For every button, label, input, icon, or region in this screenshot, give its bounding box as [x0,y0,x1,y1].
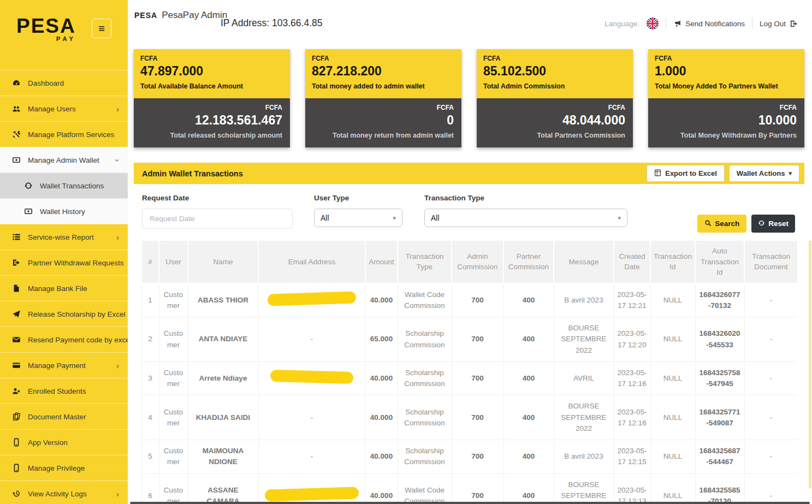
stat-card-partners: FCFA 1.000 Total Money Added To Partners… [648,49,804,147]
stat-card-bottom: FCFA 0 Total money return from admin wal… [305,98,461,147]
cell-user: Customer [159,361,188,395]
cell-amount: 65.000 [365,317,398,362]
transaction-type-value: All [431,214,440,222]
redaction-scribble [268,291,357,306]
header-divider [666,18,666,29]
stat-card-balance: FCFA 47.897.000 Total Available Balance … [134,49,290,147]
cell-user: Customer [159,395,188,440]
log-out-button[interactable]: Log Out [760,20,798,28]
sidebar-item-manage-privilege[interactable]: Manage Privilege [0,455,128,481]
stat-label: Total Admin Commission [483,82,626,90]
cell-name: Arrete Ndiaye [188,361,258,395]
sidebar-item-manage-platform-services[interactable]: Manage Platform Services [0,121,128,147]
request-date-input[interactable] [142,209,293,229]
ip-address: IP Address: 103.66.4.85 [221,17,322,29]
redaction-scribble [265,487,359,501]
cell-num: 5 [141,440,159,474]
sidebar-item-wallet-history[interactable]: Wallet History [0,198,128,224]
request-date-filter: Request Date [142,194,293,229]
sidebar-item-manage-bank-file[interactable]: Manage Bank File [0,275,128,301]
currency-label: FCFA [484,104,625,111]
cell-created: 2023-05-17 12:15 [614,440,650,474]
cell-message: BOURSE SEPTEMBRE 2022 [554,395,614,440]
cell-amount: 40.000 [365,473,398,504]
cell-auto-tx-id: 1684325585-70130 [695,473,744,504]
cell-num: 1 [141,283,159,317]
currency-label: FCFA [140,55,283,62]
sidebar-item-resend-payment-code-by-excel[interactable]: Resend Payment code by excel [0,327,128,352]
sidebar-item-enrolled-students[interactable]: Enrolled Students [0,378,128,404]
wallet-actions-button[interactable]: Wallet Actions ▾ [729,165,799,182]
currency-label: FCFA [141,104,282,111]
cell-created: 2023-05-17 12:16 [614,395,650,440]
sidebar-item-manage-users[interactable]: Manage Users › [0,96,128,121]
cell-name: ABASS THIOR [188,283,258,317]
cell-tx-type: Scholarship Commission [398,395,452,440]
stat-label: Total Partners Commission [484,132,625,139]
sidebar-item-dashboard[interactable]: Dashboard [0,70,128,96]
sidebar-item-app-version[interactable]: App Version [0,429,128,455]
stat-value: 1.000 [655,64,798,79]
send-notifications-button[interactable]: Send Notifications [673,20,745,28]
log-out-label: Log Out [760,20,786,28]
hamburger-menu-icon[interactable]: ≡ [92,19,111,38]
cell-message: BOURSE SEPTEMBRE 2022 [554,317,614,362]
stat-card-commission: FCFA 85.102.500 Total Admin Commission F… [477,49,633,147]
table-row: 5 Customer MAIMOUNA NDIONE - 40.000 Scho… [141,440,797,474]
cell-doc: - [744,361,797,395]
filter-actions: Search Reset [697,215,795,233]
table-row: 3 Customer Arrete Ndiaye 40.000 Scholars… [141,361,797,395]
cell-admin-comm: 700 [452,283,503,317]
sidebar-item-view-activity-logs[interactable]: View Activity Logs › [0,481,128,504]
page-title: PesaPay Admin [162,10,227,21]
gauge-icon [12,79,21,87]
cell-partner-comm: 400 [503,361,554,395]
table-row: 1 Customer ABASS THIOR 40.000 Wallet Cod… [141,283,797,317]
list-icon [12,233,21,241]
cell-message: B avril 2023 [554,440,614,474]
sidebar-item-label: Manage Payment [28,361,86,370]
cell-num: 4 [141,395,159,440]
currency-label: FCFA [656,104,797,111]
sidebar-item-release-scholarship-by-excel[interactable]: Release Scholarship by Excel [0,301,128,327]
redaction-scribble [270,370,354,384]
export-to-excel-button[interactable]: Export to Excel [647,165,725,182]
cell-auto-tx-id: 1684325758-547945 [695,361,744,395]
sidebar-item-partner-withdrawal-requests[interactable]: Partner Withdrawal Requests [0,250,128,275]
panel-title: Admin Wallet Transactions [142,169,243,178]
sidebar-item-label: View Activity Logs [28,490,87,498]
cell-admin-comm: 700 [452,317,503,362]
user-type-select[interactable]: All ▾ [314,209,402,227]
sidebar-item-label: Document Master [28,413,86,421]
sidebar-item-manage-admin-wallet[interactable]: Manage Admin Wallet › [0,147,128,173]
header-divider [752,18,752,29]
cell-email [258,473,365,504]
cell-created: 2023-05-17 12:16 [614,361,650,395]
cell-amount: 40.000 [365,361,398,395]
chevron-down-icon: ▾ [618,215,621,222]
cell-doc: - [744,395,797,440]
cell-auto-tx-id: 1684325687-544467 [695,440,744,474]
cell-email [258,283,365,317]
brand-logo-text: PESA [134,11,157,20]
sidebar-item-manage-payment[interactable]: Manage Payment › [0,352,128,378]
transaction-type-select[interactable]: All ▾ [424,209,627,227]
table-row: 2 Customer ANTA NDIAYE - 65.000 Scholars… [141,317,797,362]
search-button[interactable]: Search [697,215,746,233]
sidebar-item-document-master[interactable]: Document Master [0,404,128,429]
col-tx-id: Transaction Id [650,240,695,283]
tools-icon [12,130,21,139]
sidebar-item-label: Wallet History [40,207,85,216]
col-amount: Amount [365,240,398,283]
header-actions: Language: Send Notifications Log Out [604,17,798,29]
header-brand: PESA PesaPay Admin [134,10,227,21]
sidebar-item-service-wise-report[interactable]: Service-wise Report › [0,224,128,250]
horizontal-scrollbar[interactable] [130,502,810,504]
main-content: PESA PesaPay Admin IP Address: 103.66.4.… [128,0,812,504]
vertical-scrollbar[interactable] [809,240,811,489]
reset-button[interactable]: Reset [751,215,795,233]
chevron-down-icon: ▾ [393,215,396,222]
sidebar-item-wallet-transactions[interactable]: Wallet Transactions [0,173,128,198]
uk-flag-icon[interactable] [647,17,659,29]
stat-card-top: FCFA 47.897.000 Total Available Balance … [134,49,290,98]
